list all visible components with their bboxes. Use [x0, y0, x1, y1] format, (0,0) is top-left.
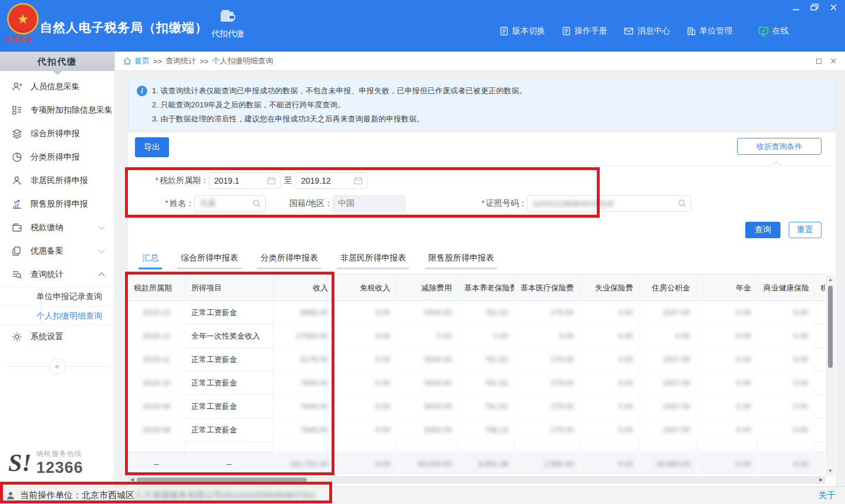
- table-cell: 5000.00: [397, 348, 458, 371]
- period-to-input[interactable]: 2019.12: [296, 172, 367, 189]
- table-cell: --: [128, 452, 185, 475]
- table-cell: 761.52: [458, 395, 515, 418]
- unit-management-button[interactable]: 单位管理: [687, 26, 732, 36]
- table-cell: 1547.00: [640, 348, 697, 371]
- sidebar-item-preferential-filing[interactable]: 优惠备案: [0, 239, 114, 263]
- table-total-row[interactable]: ----161,741.000.0060,000.008,991.362,960…: [128, 452, 825, 475]
- table-cell: 0.00: [334, 418, 397, 442]
- column-header: 年金: [697, 275, 758, 301]
- table-row[interactable]: 2019-10正常工资薪金7645.000.005000.00761.52279…: [128, 371, 825, 395]
- home-icon: [123, 57, 131, 65]
- sidebar-subitem-unit-declaration-query[interactable]: 单位申报记录查询: [0, 287, 114, 306]
- table-cell: 0.00: [697, 418, 758, 442]
- scroll-left-arrow[interactable]: ◀: [129, 477, 136, 483]
- table-row[interactable]: 2019-08正常工资薪金7645.000.005000.00798.24279…: [128, 418, 825, 442]
- pane-maximize-icon[interactable]: [816, 59, 822, 64]
- export-button[interactable]: 导出: [135, 137, 169, 157]
- tax-bureau-emblem-logo: ★: [7, 3, 39, 35]
- column-header: 商业健康保险: [758, 275, 814, 301]
- tab-classified-income[interactable]: 分类所得申报表: [257, 250, 322, 269]
- id-number-input[interactable]: 110101199304220918: [527, 195, 691, 212]
- table-cell: [580, 442, 640, 452]
- table-cell: 1547.00: [640, 395, 697, 418]
- table-cell: 0.00: [758, 371, 814, 395]
- table-cell: [814, 442, 825, 452]
- table-cell: 279.00: [515, 395, 580, 418]
- table-cell: [697, 442, 758, 452]
- table-cell: 0.00: [580, 301, 640, 324]
- app-header: ★ 中国税务 自然人电子税务局（扣缴端） 代扣代缴 版本切换 操作手册 消息中心…: [0, 0, 845, 52]
- sidebar-item-personnel-info[interactable]: 人员信息采集: [0, 75, 114, 99]
- table-cell: 5000.00: [397, 418, 458, 442]
- reset-button[interactable]: 重置: [789, 222, 822, 238]
- table-cell: 5000.00: [397, 301, 458, 324]
- minimize-button[interactable]: [791, 2, 800, 12]
- pane-close-icon[interactable]: ✕: [830, 57, 837, 65]
- table-cell: 5000.00: [397, 395, 458, 418]
- scroll-up-arrow[interactable]: ▲: [827, 276, 834, 283]
- message-center-button[interactable]: 消息中心: [624, 26, 670, 36]
- table-cell: 0.00: [397, 324, 458, 348]
- vertical-scroll-thumb[interactable]: [828, 286, 833, 368]
- about-link[interactable]: 关于: [818, 490, 836, 501]
- version-switch-button[interactable]: 版本切换: [499, 26, 545, 36]
- tab-withholding[interactable]: 代扣代缴: [207, 9, 249, 39]
- table-cell: 0.00: [580, 395, 640, 418]
- sidebar-subitem-personal-withholding-query[interactable]: 个人扣缴明细查询: [0, 306, 114, 324]
- document-icon: [499, 26, 509, 36]
- message-center-label: 消息中心: [637, 26, 670, 36]
- name-input[interactable]: 马某: [194, 195, 266, 212]
- collapse-conditions-button[interactable]: 收折查询条件: [737, 138, 822, 155]
- sidebar-item-nonresident-income[interactable]: 非居民所得申报: [0, 169, 114, 192]
- window-controls: [791, 2, 838, 12]
- table-cell: [814, 301, 825, 324]
- table-cell: 1547.00: [640, 418, 697, 442]
- close-button[interactable]: [829, 2, 838, 12]
- sidebar-item-query-statistics[interactable]: 查询统计: [0, 263, 114, 286]
- table-cell: 1547.00: [640, 301, 697, 324]
- scroll-down-arrow[interactable]: ▼: [827, 468, 834, 475]
- app-title: 自然人电子税务局（扣缴端）: [40, 19, 208, 36]
- table-row[interactable]: 2019-12正常工资薪金9985.000.005000.00761.52279…: [128, 301, 825, 324]
- sidebar-item-tax-payment[interactable]: 税款缴纳: [0, 216, 114, 239]
- table-cell: [814, 348, 825, 371]
- restore-button[interactable]: [810, 2, 819, 12]
- manual-button[interactable]: 操作手册: [562, 26, 607, 36]
- table-cell: [273, 442, 334, 452]
- sidebar-item-special-deduction[interactable]: 专项附加扣除信息采集: [0, 99, 114, 122]
- sidebar-collapse-button[interactable]: «: [49, 358, 66, 374]
- table-cell: 正常工资薪金: [185, 301, 273, 324]
- table-row-clipped[interactable]: ..: [128, 442, 825, 452]
- scroll-right-arrow[interactable]: ▶: [817, 477, 824, 483]
- tab-withholding-label: 代扣代缴: [207, 29, 249, 39]
- sidebar-item-label: 查询统计: [31, 269, 63, 280]
- table-row[interactable]: 2019-12全年一次性奖金收入27500.000.000.000.000.00…: [128, 324, 825, 348]
- tab-nonresident-income[interactable]: 非居民所得申报表: [337, 250, 410, 269]
- table-cell: 279.00: [515, 418, 580, 442]
- period-label: 税款所属期：: [160, 175, 209, 185]
- horizontal-scroll-thumb[interactable]: [137, 478, 307, 482]
- period-from-input[interactable]: 2019.1: [209, 172, 280, 189]
- query-button[interactable]: 查询: [745, 222, 780, 238]
- tab-summary[interactable]: 汇总: [138, 250, 162, 269]
- sidebar-item-classified-income[interactable]: 分类所得申报: [0, 146, 114, 169]
- tab-comprehensive-income[interactable]: 综合所得申报表: [177, 250, 242, 269]
- table-cell: 7645.00: [273, 418, 334, 442]
- sidebar-item-label: 综合所得申报: [31, 128, 80, 139]
- sidebar-item-system-settings[interactable]: 系统设置: [0, 325, 114, 349]
- table-cell: 2019-12: [128, 301, 185, 324]
- table-row[interactable]: 2019-09正常工资薪金7645.000.005000.00761.52279…: [128, 395, 825, 418]
- horizontal-scrollbar[interactable]: ◀ ▶: [128, 476, 825, 483]
- column-header: 减除费用: [397, 275, 458, 301]
- breadcrumb-home[interactable]: 首页: [123, 56, 150, 66]
- vertical-scrollbar[interactable]: ▲ ▼: [826, 276, 834, 475]
- sidebar-item-restricted-stock[interactable]: 限售股所得申报: [0, 192, 114, 216]
- sidebar-item-label: 非居民所得申报: [31, 175, 88, 186]
- sidebar-item-comprehensive-income[interactable]: 综合所得申报: [0, 122, 114, 146]
- table-cell: 0.00: [334, 452, 397, 475]
- required-asterisk: *: [165, 198, 168, 208]
- table-row[interactable]: 2019-11正常工资薪金9178.000.005000.00761.52279…: [128, 348, 825, 371]
- column-header: 免税收入: [334, 275, 397, 301]
- tab-restricted-stock[interactable]: 限售股所得申报表: [425, 250, 498, 269]
- column-header: 基本医疗保险费: [515, 275, 580, 301]
